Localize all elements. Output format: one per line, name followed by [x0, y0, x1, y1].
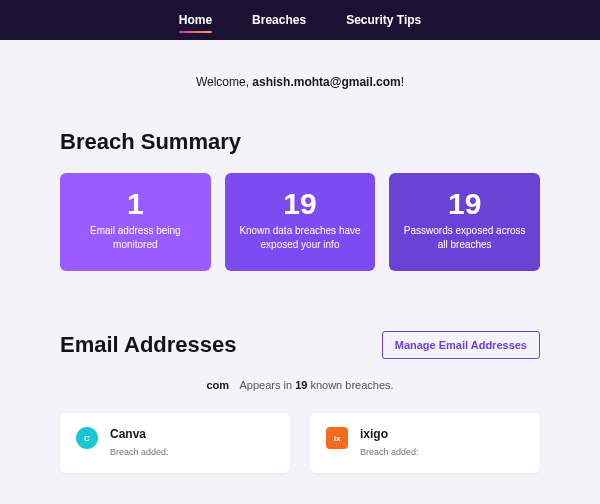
summary-card-breaches: 19 Known data breaches have exposed your…: [225, 173, 376, 271]
canva-logo-icon: C: [76, 427, 98, 449]
nav-item-breaches[interactable]: Breaches: [252, 1, 306, 39]
appears-suffix: known breaches.: [307, 379, 393, 391]
summary-card-value: 1: [127, 187, 144, 220]
email-addresses-title: Email Addresses: [60, 332, 237, 358]
breach-card-canva[interactable]: C Canva Breach added:: [60, 413, 290, 473]
breach-card-row: C Canva Breach added: ix ixigo Breach ad…: [60, 413, 540, 473]
email-domain: com: [206, 379, 229, 391]
welcome-prefix: Welcome,: [196, 75, 252, 89]
summary-card-value: 19: [283, 187, 316, 220]
breach-added-label: Breach added:: [360, 447, 419, 459]
appears-in-breaches-line: com Appears in 19 known breaches.: [60, 379, 540, 391]
summary-card-value: 19: [448, 187, 481, 220]
summary-cards: 1 Email address being monitored 19 Known…: [60, 173, 540, 271]
breach-name: ixigo: [360, 427, 419, 441]
top-nav: Home Breaches Security Tips: [0, 0, 600, 40]
welcome-email: ashish.mohta@gmail.com: [252, 75, 400, 89]
breach-added-label: Breach added:: [110, 447, 169, 459]
breach-card-ixigo[interactable]: ix ixigo Breach added:: [310, 413, 540, 473]
manage-email-addresses-button[interactable]: Manage Email Addresses: [382, 331, 540, 359]
appears-count: 19: [295, 379, 307, 391]
summary-card-passwords: 19 Passwords exposed across all breaches: [389, 173, 540, 271]
welcome-message: Welcome, ashish.mohta@gmail.com!: [0, 75, 600, 89]
summary-card-monitored: 1 Email address being monitored: [60, 173, 211, 271]
summary-card-label: Passwords exposed across all breaches: [400, 224, 530, 251]
welcome-suffix: !: [401, 75, 404, 89]
breach-name: Canva: [110, 427, 169, 441]
nav-item-security-tips[interactable]: Security Tips: [346, 1, 421, 39]
ixigo-logo-icon: ix: [326, 427, 348, 449]
appears-prefix: Appears in: [239, 379, 295, 391]
summary-card-label: Known data breaches have exposed your in…: [235, 224, 365, 251]
nav-item-home[interactable]: Home: [179, 1, 212, 39]
summary-card-label: Email address being monitored: [70, 224, 200, 251]
breach-summary-title: Breach Summary: [60, 129, 540, 155]
